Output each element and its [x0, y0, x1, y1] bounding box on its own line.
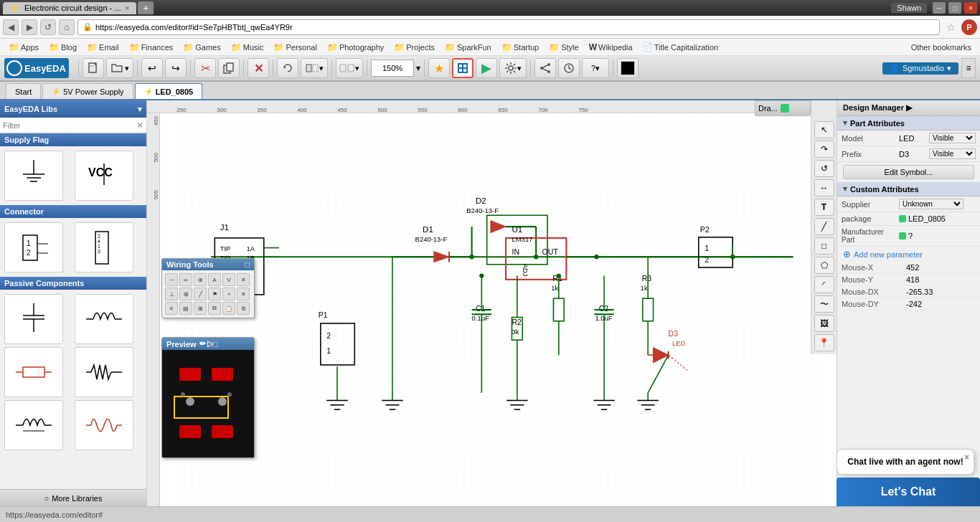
filter-clear-button[interactable]: ✕ [133, 119, 146, 132]
pin-button[interactable]: 📍 [814, 334, 834, 351]
junction-tool[interactable]: ⊕ [194, 273, 207, 286]
param-tool[interactable]: ⚙ [237, 302, 250, 315]
arc-tool-button[interactable]: ◜ [814, 276, 834, 293]
rotate-button[interactable] [277, 58, 298, 78]
mirror-h-button[interactable]: ↔ [814, 179, 834, 196]
rotate-cw-button[interactable]: ↷ [814, 141, 834, 158]
preview-panel-header[interactable]: Preview ✏ ▷ □ [162, 338, 254, 350]
bookmark-style[interactable]: 📁 Style [545, 42, 583, 53]
paste-tool[interactable]: 📋 [222, 302, 235, 315]
open-button[interactable]: ▾ [106, 58, 133, 78]
zoom-level[interactable]: 150% [371, 60, 414, 77]
wiring-tools-close-button[interactable]: □ [245, 260, 250, 269]
refresh-button[interactable]: ↺ [40, 19, 56, 35]
lib-item-inductor2[interactable] [4, 400, 63, 450]
bookmark-blog[interactable]: 📁 Blog [44, 42, 81, 53]
model-visible-select[interactable]: Visible Hidden [929, 133, 976, 143]
wire-tool[interactable]: ─ [165, 273, 178, 286]
mirror-button[interactable]: ▾ [301, 58, 328, 78]
user-account-button[interactable]: 👤 Sgmustadio ▾ [882, 62, 958, 75]
bookmark-projects[interactable]: 📁 Projects [390, 42, 439, 53]
forward-button[interactable]: ▶ [22, 19, 37, 35]
vcc-tool[interactable]: ⊥ [165, 288, 178, 300]
run-button[interactable]: ▶ [476, 58, 497, 78]
bus-entry-tool[interactable]: ╱ [194, 288, 207, 300]
copy-button[interactable] [218, 58, 240, 78]
cut-button[interactable]: ✂ [194, 58, 216, 78]
delete-button[interactable]: ✕ [248, 58, 269, 78]
del-tool[interactable]: ✕ [237, 288, 250, 300]
cursor-tool-button[interactable]: ↖ [814, 121, 834, 138]
lets-chat-button[interactable]: Let's Chat [837, 478, 980, 506]
other-bookmarks-btn[interactable]: Other bookmarks [907, 42, 976, 52]
library-selector[interactable]: EasyEDA Libs ▾ [0, 100, 146, 118]
no-connect-tool[interactable]: ✕ [237, 273, 250, 286]
bookmark-wikipedia[interactable]: W Wikipedia [585, 42, 637, 53]
bookmark-photography[interactable]: 📁 Photography [323, 42, 388, 53]
maximize-button[interactable]: □ [948, 2, 961, 14]
redo-button[interactable]: ↪ [165, 58, 187, 78]
bookmark-email[interactable]: 📁 Email [83, 42, 123, 53]
new-tab-btn[interactable]: + [138, 1, 154, 14]
add-parameter-button[interactable]: ⊕ Add new parameter [837, 247, 980, 262]
bookmark-titlecap[interactable]: 📄 Title Capitalization [639, 42, 722, 52]
minimize-button[interactable]: ─ [933, 2, 946, 14]
lib-item-inductor[interactable] [75, 294, 133, 344]
label-tool[interactable]: A [208, 273, 221, 286]
edit-symbol-button[interactable]: Edit Symbol... [843, 165, 974, 179]
netport-tool[interactable]: ⊞ [179, 288, 192, 300]
ungroup-tool[interactable]: ⊞ [194, 302, 207, 315]
align-tool[interactable]: ≡ [165, 302, 178, 315]
lib-item-8pin[interactable]: 2 4 1 3 [75, 222, 133, 272]
bookmark-games[interactable]: 📁 Games [179, 42, 225, 53]
design-manager-button[interactable]: Design Manager ▶ [837, 100, 980, 116]
copy-tool[interactable]: ⧉ [208, 302, 221, 315]
image-button[interactable]: 🖼 [814, 315, 834, 332]
prefix-visible-select[interactable]: Visible Hidden [929, 148, 976, 159]
net-flag-tool[interactable]: ⚑ [208, 288, 221, 300]
easyeda-logo[interactable]: EasyEDA [4, 58, 69, 78]
pinterest-button[interactable]: P [961, 19, 977, 35]
preview-nav-icon[interactable]: ▷ [207, 339, 213, 348]
more-tool[interactable]: + [222, 288, 235, 300]
lib-item-2pin[interactable]: 1 2 [4, 222, 63, 272]
tab-close-icon[interactable]: × [126, 4, 130, 12]
lib-item-vcc[interactable]: VCC [75, 151, 133, 201]
lib-item-resistor3[interactable] [75, 400, 133, 450]
close-button[interactable]: × [964, 2, 977, 14]
tab-5v-power-supply[interactable]: ⚡ 5V Power Supply [42, 83, 133, 99]
lib-item-capacitor[interactable] [4, 294, 63, 344]
supplier-select[interactable]: Unknown Digi-Key Mouser [899, 199, 963, 209]
tab-start[interactable]: Start [6, 83, 41, 99]
url-input[interactable]: 🔒 https://easyeda.com/editor#id=Se7pHBTb… [77, 19, 940, 35]
bookmark-music[interactable]: 📁 Music [227, 42, 268, 53]
home-button[interactable]: ⌂ [59, 19, 75, 35]
bookmark-apps[interactable]: 📁 Apps [4, 42, 43, 53]
undo-button[interactable]: ↩ [141, 58, 163, 78]
bus-tool[interactable]: ═ [179, 273, 192, 286]
history-button[interactable] [558, 58, 580, 78]
back-button[interactable]: ◀ [3, 19, 19, 35]
snap-button[interactable]: ★ [428, 58, 450, 78]
rotate-ccw-button[interactable]: ↺ [814, 160, 834, 177]
rect-tool-button[interactable]: □ [814, 237, 834, 255]
pcb-button[interactable] [452, 58, 473, 78]
help-button[interactable]: ?▾ [582, 58, 609, 78]
bookmark-star-button[interactable]: ☆ [943, 19, 958, 35]
chat-bubble-close-button[interactable]: × [964, 452, 969, 462]
wiring-tools-header[interactable]: Wiring Tools □ [162, 259, 254, 270]
text-tool-button[interactable]: T [814, 199, 834, 216]
new-file-button[interactable] [83, 58, 104, 78]
browser-tab[interactable]: ⚡ Electronic circuit design - ... × [3, 2, 136, 14]
poly-tool-button[interactable]: ⬠ [814, 257, 834, 274]
panel-toggle-button[interactable]: ≡ [961, 58, 976, 78]
bookmark-startup[interactable]: 📁 Startup [497, 42, 543, 53]
bookmark-sparkfun[interactable]: 📁 SparkFun [440, 42, 496, 53]
line-tool-button[interactable]: ╱ [814, 218, 834, 235]
lib-item-gnd[interactable] [4, 151, 63, 201]
lib-item-resistor2[interactable] [75, 347, 133, 397]
bezier-button[interactable]: 〜 [814, 295, 834, 313]
tab-led-0805[interactable]: ⚡ LED_0805 [135, 83, 203, 99]
preview-edit-icon[interactable]: ✏ [199, 339, 206, 348]
more-libraries-button[interactable]: ○ More Libraries [0, 489, 146, 506]
